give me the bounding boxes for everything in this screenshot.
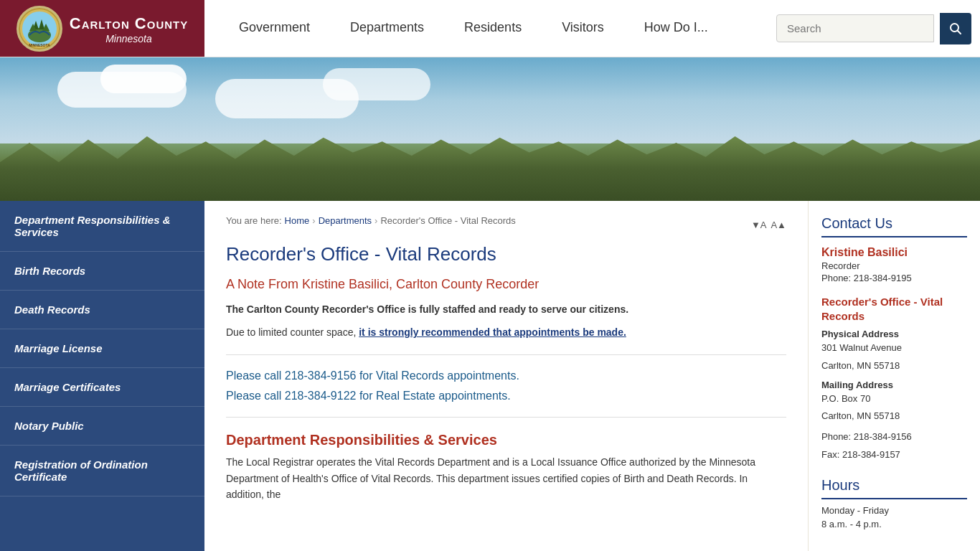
contact-phone1: Phone: 218-384-9195	[821, 273, 967, 283]
search-input[interactable]	[776, 14, 934, 42]
font-decrease[interactable]: ▼A	[751, 220, 767, 230]
sidebar-item-reg-ordination[interactable]: Registration of Ordination Certificate	[0, 446, 204, 496]
dept-desc: The Local Registrar operates the Vital R…	[226, 454, 786, 502]
contact-name[interactable]: Kristine Basilici	[821, 246, 967, 259]
breadcrumb-row: You are here: Home › Departments › Recor…	[226, 215, 786, 235]
county-name: Carlton County	[70, 14, 189, 33]
call-vital-records[interactable]: Please call 218-384-9156 for Vital Recor…	[226, 369, 786, 382]
hero-trees	[0, 136, 980, 201]
font-controls: ▼A A▲	[751, 220, 786, 230]
contact-fax: Fax: 218-384-9157	[821, 448, 967, 463]
main-nav: Government Departments Residents Visitor…	[204, 0, 768, 57]
sidebar-item-dept-resp[interactable]: Department Responsibilities & Services	[0, 201, 204, 252]
mailing-city: Carlton, MN 55718	[821, 409, 967, 424]
page-title: Recorder's Office - Vital Records	[226, 243, 786, 265]
sidebar-item-death-records[interactable]: Death Records	[0, 291, 204, 329]
breadcrumb-home[interactable]: Home	[285, 215, 310, 226]
sidebar-item-notary-public[interactable]: Notary Public	[0, 407, 204, 446]
font-increase[interactable]: A▲	[771, 220, 786, 230]
svg-text:MINNESOTA: MINNESOTA	[29, 43, 50, 47]
note-title: A Note From Kristine Basilici, Carlton C…	[226, 277, 786, 292]
mailing-po: P.O. Box 70	[821, 392, 967, 407]
search-area	[768, 0, 980, 57]
search-button[interactable]	[940, 13, 971, 44]
dept-title: Department Responsibilities & Services	[226, 432, 786, 448]
sidebar-item-marriage-license[interactable]: Marriage License	[0, 329, 204, 368]
nav-residents[interactable]: Residents	[444, 0, 542, 57]
header: MINNESOTA Carlton County Minnesota Gover…	[0, 0, 980, 57]
svg-line-9	[958, 30, 961, 34]
hero-image: f in	[0, 57, 980, 201]
logo-area: MINNESOTA Carlton County Minnesota	[0, 0, 204, 57]
contact-role: Recorder	[821, 260, 967, 271]
search-icon	[949, 22, 962, 35]
breadcrumb-sep1: ›	[312, 215, 315, 226]
nav-visitors[interactable]: Visitors	[542, 0, 624, 57]
contact-phone2: Phone: 218-384-9156	[821, 430, 967, 445]
sidebar-item-birth-records[interactable]: Birth Records	[0, 252, 204, 291]
breadcrumb-current: Recorder's Office - Vital Records	[380, 215, 515, 226]
cloud-4	[323, 68, 430, 100]
physical-label: Physical Address	[821, 329, 967, 339]
appt-note: Due to limited counter space, it is stro…	[226, 324, 786, 340]
nav-government[interactable]: Government	[219, 0, 330, 57]
appt-link[interactable]: it is strongly recommended that appointm…	[359, 326, 626, 338]
breadcrumb-departments[interactable]: Departments	[319, 215, 372, 226]
contact-panel: Contact Us Kristine Basilici Recorder Ph…	[808, 201, 980, 551]
cloud-2	[100, 65, 187, 93]
breadcrumb: You are here: Home › Departments › Recor…	[226, 215, 516, 226]
logo-circle: MINNESOTA	[17, 6, 62, 52]
physical-street: 301 Walnut Avenue	[821, 341, 967, 356]
logo-text: Carlton County Minnesota	[70, 14, 189, 44]
sidebar-item-marriage-certs[interactable]: Marriage Certificates	[0, 368, 204, 407]
nav-departments[interactable]: Departments	[330, 0, 444, 57]
call-real-estate[interactable]: Please call 218-384-9122 for Real Estate…	[226, 390, 786, 402]
breadcrumb-sep2: ›	[374, 215, 377, 226]
hours-time: 8 a.m. - 4 p.m.	[821, 519, 967, 529]
mailing-label: Mailing Address	[821, 380, 967, 390]
bold-note: The Carlton County Recorder's Office is …	[226, 302, 786, 317]
hours-days: Monday - Friday	[821, 505, 967, 516]
divider-1	[226, 354, 786, 355]
physical-city: Carlton, MN 55718	[821, 359, 967, 374]
content-wrapper: Department Responsibilities & Services B…	[0, 201, 980, 551]
main-content: You are here: Home › Departments › Recor…	[204, 201, 808, 551]
sidebar: Department Responsibilities & Services B…	[0, 201, 204, 551]
contact-office-title[interactable]: Recorder's Office - Vital Records	[821, 295, 967, 323]
appt-text-pre: Due to limited counter space,	[226, 326, 356, 338]
state-name: Minnesota	[70, 33, 189, 44]
nav-how-do-i[interactable]: How Do I...	[624, 0, 728, 57]
hours-title: Hours	[821, 477, 967, 499]
contact-title: Contact Us	[821, 215, 967, 237]
breadcrumb-label: You are here:	[226, 215, 282, 226]
divider-2	[226, 417, 786, 418]
